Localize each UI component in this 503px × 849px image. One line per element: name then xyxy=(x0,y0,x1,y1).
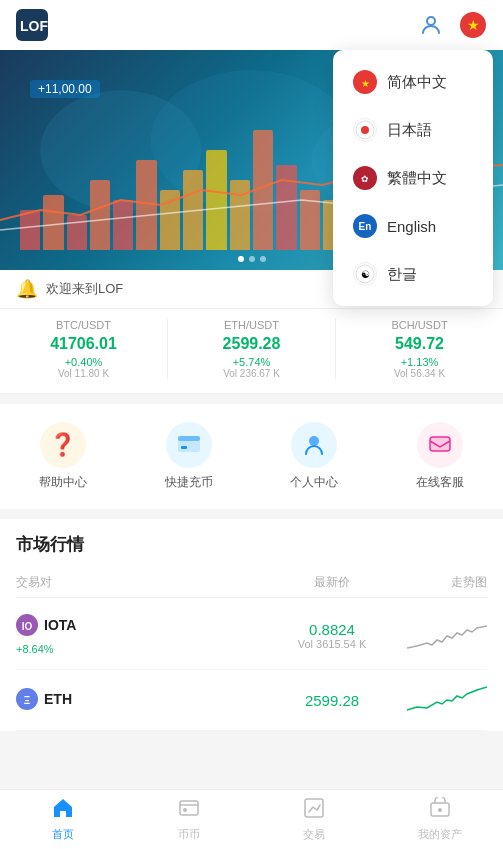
banner-indicators xyxy=(238,256,266,262)
action-topup[interactable]: 快捷充币 xyxy=(126,422,252,491)
eth-sparkline xyxy=(407,682,487,718)
svg-point-2 xyxy=(427,17,435,25)
service-label: 在线客服 xyxy=(416,474,464,491)
help-label: 帮助中心 xyxy=(39,474,87,491)
svg-text:☯: ☯ xyxy=(361,269,370,280)
lang-label-jp: 日本語 xyxy=(387,121,432,140)
btc-vol: Vol 11.80 K xyxy=(8,368,159,379)
iota-sparkline xyxy=(407,618,487,654)
nav-home-label: 首页 xyxy=(52,827,74,842)
iota-vol: Vol 3615.54 K xyxy=(267,638,397,650)
lang-item-kr[interactable]: ☯ 한글 xyxy=(333,250,493,298)
eth-pair: ETH/USDT xyxy=(176,319,327,331)
eth-price-area: 2599.28 xyxy=(267,692,397,709)
lang-item-tw[interactable]: ✿ 繁體中文 xyxy=(333,154,493,202)
btc-pair: BTC/USDT xyxy=(8,319,159,331)
iota-name: IOTA xyxy=(44,617,76,633)
help-icon: ❓ xyxy=(40,422,86,468)
action-account[interactable]: 个人中心 xyxy=(252,422,378,491)
account-label: 个人中心 xyxy=(290,474,338,491)
lang-item-en[interactable]: En English xyxy=(333,202,493,250)
svg-text:★: ★ xyxy=(361,78,370,89)
topup-icon xyxy=(166,422,212,468)
user-icon[interactable] xyxy=(417,11,445,39)
eth-info: Ξ ETH xyxy=(16,688,267,713)
svg-text:IO: IO xyxy=(22,621,33,632)
notice-icon: 🔔 xyxy=(16,278,38,300)
lang-item-jp[interactable]: 日本語 xyxy=(333,106,493,154)
eth-market-price: 2599.28 xyxy=(267,692,397,709)
btc-price: 41706.01 xyxy=(8,335,159,353)
bch-change: +1.13% xyxy=(344,356,495,368)
svg-point-20 xyxy=(309,436,319,446)
header-price: 最新价 xyxy=(267,574,397,591)
trade-icon xyxy=(303,797,325,824)
action-service[interactable]: 在线客服 xyxy=(377,422,503,491)
nav-coins[interactable]: 币币 xyxy=(126,790,252,849)
lang-item-cn[interactable]: ★ 简体中文 xyxy=(333,58,493,106)
eth-change: +5.74% xyxy=(176,356,327,368)
bottom-navigation: 首页 币币 交易 我的资产 xyxy=(0,789,503,849)
account-icon xyxy=(291,422,337,468)
lang-label-en: English xyxy=(387,218,436,235)
iota-change: +8.64% xyxy=(16,643,54,655)
topup-label: 快捷充币 xyxy=(165,474,213,491)
nav-coins-label: 币币 xyxy=(178,827,200,842)
svg-point-31 xyxy=(438,808,442,812)
lang-label-tw: 繁體中文 xyxy=(387,169,447,188)
market-table-header: 交易对 最新价 走势图 xyxy=(16,568,487,598)
svg-text:Ξ: Ξ xyxy=(24,695,31,706)
language-selector[interactable]: ★ xyxy=(459,11,487,39)
nav-home[interactable]: 首页 xyxy=(0,790,126,849)
quick-actions: ❓ 帮助中心 快捷充币 个人中心 xyxy=(0,404,503,509)
svg-point-28 xyxy=(183,808,187,812)
market-section: 市场行情 交易对 最新价 走势图 IO IOTA +8.64% 0.8824 V… xyxy=(0,519,503,731)
dot-3 xyxy=(260,256,266,262)
svg-text:✿: ✿ xyxy=(361,174,369,184)
logo: LOF xyxy=(16,9,48,41)
svg-text:LOF: LOF xyxy=(20,18,48,34)
market-row-iota[interactable]: IO IOTA +8.64% 0.8824 Vol 3615.54 K xyxy=(16,602,487,670)
price-ticker: BTC/USDT 41706.01 +0.40% Vol 11.80 K ETH… xyxy=(0,309,503,394)
ticker-eth[interactable]: ETH/USDT 2599.28 +5.74% Vol 236.67 K xyxy=(168,319,336,379)
lang-label-cn: 简体中文 xyxy=(387,73,447,92)
nav-assets[interactable]: 我的资产 xyxy=(377,790,503,849)
svg-rect-21 xyxy=(430,437,450,451)
flag-en: En xyxy=(353,214,377,238)
eth-coin-icon: Ξ xyxy=(16,688,38,710)
iota-chart xyxy=(397,618,487,654)
eth-vol: Vol 236.67 K xyxy=(176,368,327,379)
header-actions: ★ xyxy=(417,11,487,39)
flag-cn: ★ xyxy=(353,70,377,94)
lang-label-kr: 한글 xyxy=(387,265,417,284)
eth-price: 2599.28 xyxy=(176,335,327,353)
flag-tw: ✿ xyxy=(353,166,377,190)
dot-1 xyxy=(238,256,244,262)
market-title: 市场行情 xyxy=(16,533,487,556)
iota-price: 0.8824 xyxy=(267,621,397,638)
btc-change: +0.40% xyxy=(8,356,159,368)
app-header: LOF ★ xyxy=(0,0,503,50)
svg-text:★: ★ xyxy=(467,17,480,33)
nav-trade-label: 交易 xyxy=(303,827,325,842)
svg-point-12 xyxy=(361,126,369,134)
bch-price: 549.72 xyxy=(344,335,495,353)
action-help[interactable]: ❓ 帮助中心 xyxy=(0,422,126,491)
service-icon xyxy=(417,422,463,468)
coins-icon xyxy=(178,797,200,824)
dot-2 xyxy=(249,256,255,262)
eth-chart xyxy=(397,682,487,718)
iota-coin-icon: IO xyxy=(16,614,38,636)
svg-rect-27 xyxy=(180,801,198,815)
nav-trade[interactable]: 交易 xyxy=(252,790,378,849)
market-row-eth[interactable]: Ξ ETH 2599.28 xyxy=(16,670,487,731)
flag-kr: ☯ xyxy=(353,262,377,286)
ticker-btc[interactable]: BTC/USDT 41706.01 +0.40% Vol 11.80 K xyxy=(0,319,168,379)
svg-rect-19 xyxy=(181,446,187,449)
iota-info: IO IOTA +8.64% xyxy=(16,614,267,657)
banner-price-label: +11,00.00 xyxy=(30,80,100,98)
ticker-bch[interactable]: BCH/USDT 549.72 +1.13% Vol 56.34 K xyxy=(336,319,503,379)
language-dropdown: ★ 简体中文 日本語 ✿ 繁體中文 En English ☯ xyxy=(333,50,493,306)
assets-icon xyxy=(429,797,451,824)
eth-name: ETH xyxy=(44,691,72,707)
